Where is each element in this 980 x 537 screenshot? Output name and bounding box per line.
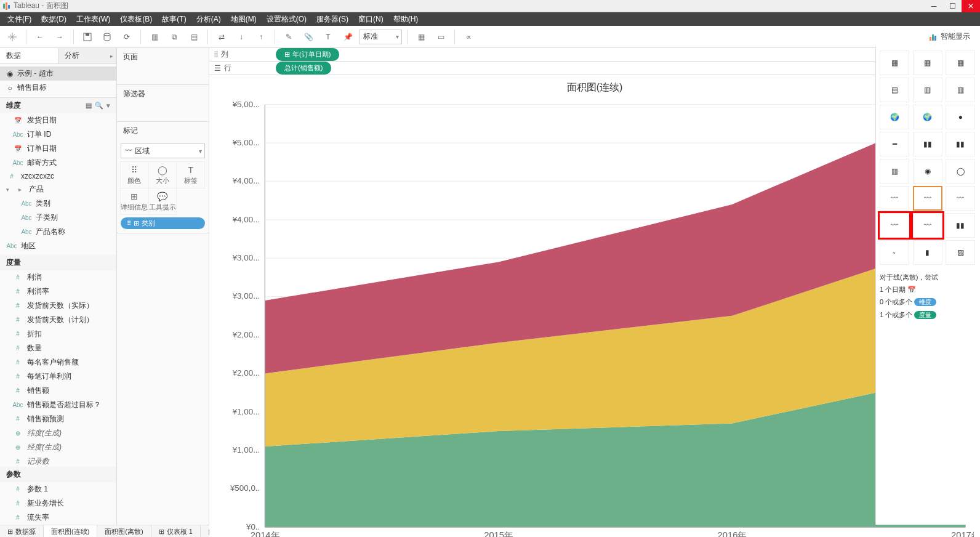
swap-button[interactable]: ⇄ [213, 28, 230, 46]
field-item[interactable]: #折扣 [0, 327, 116, 341]
showme-chart-type[interactable]: ▨ [946, 240, 975, 265]
label-button[interactable]: T标签 [176, 161, 205, 188]
field-item[interactable]: 📅发货日期 [0, 113, 116, 127]
redo-button[interactable]: → [51, 28, 68, 46]
color-button[interactable]: ⠿颜色 [120, 161, 149, 188]
menu-help[interactable]: 帮助(H) [388, 14, 424, 25]
menu-map[interactable]: 地图(M) [226, 14, 262, 25]
fit-dropdown[interactable]: 标准 [359, 30, 402, 44]
showme-chart-type[interactable]: ● [946, 105, 975, 129]
field-item[interactable]: #参数 1 [0, 482, 116, 496]
field-item[interactable]: #每名客户销售额 [0, 355, 116, 369]
tab-analytics[interactable]: 分析▸ [58, 48, 117, 63]
showme-chart-type[interactable]: 🌍 [913, 105, 942, 129]
tableau-logo-icon[interactable] [4, 28, 21, 46]
field-item[interactable]: #记录数 [0, 454, 116, 467]
showme-chart-type[interactable]: 〰 [913, 186, 942, 211]
field-item[interactable]: Abc订单 ID [0, 127, 116, 142]
presentation-button[interactable]: ▭ [432, 28, 449, 46]
field-item[interactable]: #数量 [0, 341, 116, 355]
save-button[interactable] [79, 28, 96, 46]
text-button[interactable]: T [319, 28, 337, 46]
showme-chart-type[interactable]: ▦ [946, 50, 975, 75]
menu-server[interactable]: 服务器(S) [311, 14, 353, 25]
field-item[interactable]: ⊕纬度(生成) [0, 426, 116, 440]
sheet-tab[interactable]: ⊞仪表板 1 [151, 525, 201, 537]
showme-chart-type[interactable]: ▮▮ [946, 132, 975, 156]
field-item[interactable]: Abc类别 [0, 196, 116, 211]
field-item[interactable]: 📅订单日期 [0, 142, 116, 156]
field-item[interactable]: #xzcxzcxzc [0, 170, 116, 182]
columns-pill[interactable]: ⊞年(订单日期) [276, 48, 339, 61]
share-button[interactable]: ∝ [460, 28, 477, 46]
sort-desc-button[interactable]: ↑ [252, 28, 270, 46]
close-button[interactable]: ✕ [962, 0, 980, 12]
field-item[interactable]: #流失率 [0, 511, 116, 525]
marks-pill-category[interactable]: ⠿ ⊞ 类别 [121, 217, 205, 229]
maximize-button[interactable]: ☐ [943, 0, 962, 12]
group-button[interactable]: 📎 [300, 28, 317, 46]
showme-chart-type[interactable]: ▥ [913, 78, 942, 102]
showme-button[interactable]: 智能显示 [941, 31, 970, 42]
field-item[interactable]: Abc地区 [0, 239, 116, 253]
undo-button[interactable]: ← [31, 28, 49, 46]
filters-shelf[interactable]: 筛选器 [117, 85, 209, 103]
menu-format[interactable]: 设置格式(O) [262, 14, 311, 25]
tab-data[interactable]: 数据 [0, 48, 58, 63]
menu-analysis[interactable]: 分析(A) [191, 14, 226, 25]
mark-type-dropdown[interactable]: 〰区域 [121, 143, 205, 158]
showme-chart-type[interactable]: ━ [880, 132, 909, 156]
showme-chart-type[interactable]: 〰 [880, 186, 909, 211]
field-item[interactable]: #新业务增长 [0, 496, 116, 511]
field-item[interactable]: Abc销售额是否超过目标？ [0, 398, 116, 412]
area-chart[interactable]: ¥0..¥500,0..¥1,00...¥1,00...¥2,00...¥2,0… [215, 97, 974, 537]
rows-pill[interactable]: 总计(销售额) [276, 62, 331, 75]
showme-chart-type[interactable]: 〰 [913, 213, 942, 238]
showme-chart-type[interactable]: ▥ [880, 159, 909, 184]
clear-button[interactable]: ▤ [185, 28, 203, 46]
new-datasource-button[interactable] [98, 28, 116, 46]
showme-chart-type[interactable]: ◯ [946, 159, 975, 184]
showme-chart-type[interactable]: ▮▮ [913, 132, 942, 156]
showme-chart-type[interactable]: ▮▮ [946, 213, 975, 238]
pages-shelf[interactable]: 页面 [117, 48, 209, 66]
field-item[interactable]: #销售额 [0, 384, 116, 398]
field-item[interactable]: Abc子类别 [0, 211, 116, 225]
new-worksheet-button[interactable]: ▥ [146, 28, 163, 46]
search-icon[interactable]: 🔍 [95, 102, 103, 110]
sort-asc-button[interactable]: ↓ [233, 28, 250, 46]
showme-chart-type[interactable]: 〰 [946, 186, 975, 211]
showme-chart-type[interactable]: 🌍 [880, 105, 909, 129]
menu-worksheet[interactable]: 工作表(W) [71, 14, 115, 25]
chart-title[interactable]: 面积图(连续) [215, 81, 974, 94]
menu-data[interactable]: 数据(D) [36, 14, 71, 25]
field-item[interactable]: ⊕经度(生成) [0, 440, 116, 454]
pin-button[interactable]: 📌 [339, 28, 356, 46]
duplicate-button[interactable]: ⧉ [166, 28, 183, 46]
showme-chart-type[interactable]: ▦ [913, 50, 942, 75]
menu-file[interactable]: 文件(F) [2, 14, 36, 25]
showme-chart-type[interactable]: ▥ [946, 78, 975, 102]
field-item[interactable]: #利润率 [0, 285, 116, 299]
datasource-item[interactable]: ○ 销售目标 [0, 81, 116, 95]
field-item[interactable]: #每笔订单利润 [0, 369, 116, 384]
view-icon[interactable]: ▤ [86, 102, 92, 110]
sheet-tab[interactable]: 面积图(离散) [97, 525, 151, 537]
showme-chart-type[interactable]: ◦ [880, 240, 909, 265]
menu-story[interactable]: 故事(T) [157, 14, 191, 25]
field-item[interactable]: ▾▸产品 [0, 182, 116, 196]
showme-chart-type[interactable]: 〰 [880, 213, 909, 238]
minimize-button[interactable]: ─ [925, 0, 943, 12]
menu-icon[interactable]: ▾ [106, 102, 110, 110]
pause-auto-updates-button[interactable]: ⟳ [118, 28, 135, 46]
show-cards-button[interactable]: ▦ [412, 28, 430, 46]
field-item[interactable]: #销售额预测 [0, 412, 116, 426]
detail-button[interactable]: ⊞详细信息 [120, 188, 149, 215]
tooltip-button[interactable]: 💬工具提示 [148, 188, 177, 215]
field-item[interactable]: #发货前天数（实际） [0, 299, 116, 313]
sheet-tab[interactable]: 面积图(连续) [44, 525, 97, 537]
menu-dashboard[interactable]: 仪表板(B) [115, 14, 157, 25]
datasource-tab[interactable]: ⊞ 数据源 [0, 525, 44, 537]
showme-chart-type[interactable]: ▦ [880, 50, 909, 75]
showme-chart-type[interactable]: ▤ [880, 78, 909, 102]
